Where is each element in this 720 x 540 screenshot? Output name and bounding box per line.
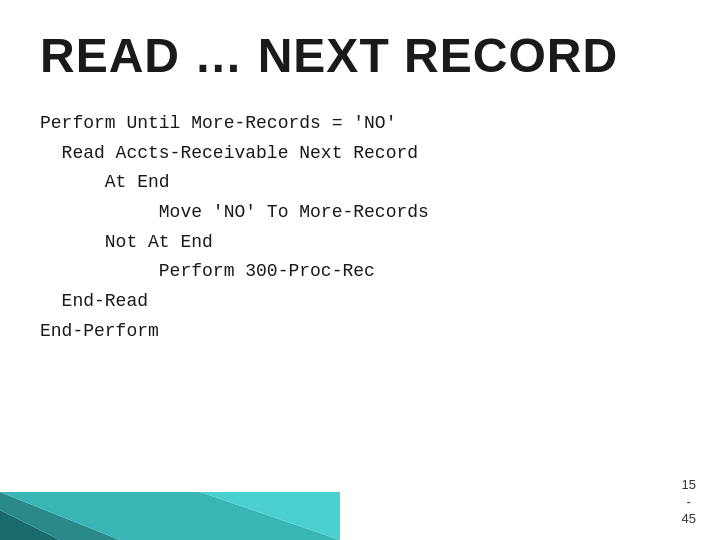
bottom-decoration: [0, 492, 340, 540]
slide-container: READ … NEXT RECORD Perform Until More-Re…: [0, 0, 720, 540]
page-separator: -: [687, 494, 691, 509]
slide-number: 15 - 45: [682, 477, 696, 528]
page-current: 15: [682, 477, 696, 492]
slide-title: READ … NEXT RECORD: [40, 28, 680, 83]
content-area: Perform Until More-Records = 'NO' Read A…: [0, 99, 720, 357]
title-area: READ … NEXT RECORD: [0, 0, 720, 99]
page-total: 45: [682, 511, 696, 526]
code-block: Perform Until More-Records = 'NO' Read A…: [40, 109, 680, 347]
